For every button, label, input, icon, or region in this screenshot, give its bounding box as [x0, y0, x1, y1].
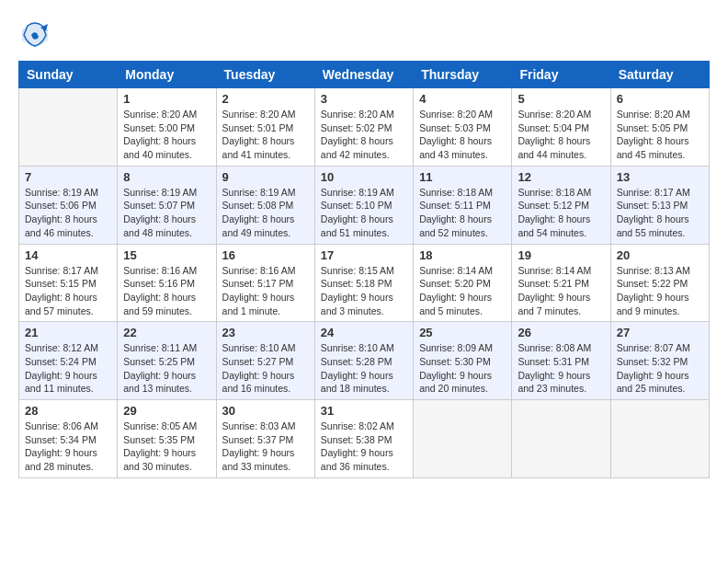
day-info: Sunrise: 8:11 AM Sunset: 5:25 PM Dayligh… — [123, 341, 210, 396]
calendar-table: SundayMondayTuesdayWednesdayThursdayFrid… — [18, 61, 710, 478]
day-info: Sunrise: 8:18 AM Sunset: 5:11 PM Dayligh… — [419, 186, 506, 240]
day-number: 14 — [25, 248, 111, 262]
calendar-cell: 6Sunrise: 8:20 AM Sunset: 5:05 PM Daylig… — [610, 88, 709, 167]
logo — [18, 18, 53, 52]
day-info: Sunrise: 8:19 AM Sunset: 5:10 PM Dayligh… — [321, 186, 407, 240]
day-info: Sunrise: 8:15 AM Sunset: 5:18 PM Dayligh… — [321, 264, 407, 318]
column-header-monday: Monday — [118, 62, 216, 88]
day-number: 8 — [123, 170, 210, 184]
day-number: 24 — [321, 326, 407, 339]
calendar-cell: 2Sunrise: 8:20 AM Sunset: 5:01 PM Daylig… — [216, 88, 314, 167]
day-number: 17 — [321, 248, 407, 262]
calendar-cell: 1Sunrise: 8:20 AM Sunset: 5:00 PM Daylig… — [118, 88, 216, 167]
page-header — [18, 18, 710, 52]
day-info: Sunrise: 8:20 AM Sunset: 5:02 PM Dayligh… — [321, 108, 407, 162]
day-info: Sunrise: 8:14 AM Sunset: 5:21 PM Dayligh… — [518, 264, 604, 318]
calendar-cell: 19Sunrise: 8:14 AM Sunset: 5:21 PM Dayli… — [512, 244, 610, 322]
day-number: 18 — [419, 248, 506, 262]
calendar-cell: 17Sunrise: 8:15 AM Sunset: 5:18 PM Dayli… — [314, 244, 413, 322]
day-number: 9 — [222, 170, 309, 184]
column-header-sunday: Sunday — [19, 62, 118, 88]
day-info: Sunrise: 8:17 AM Sunset: 5:13 PM Dayligh… — [617, 186, 703, 240]
day-number: 22 — [123, 326, 210, 339]
day-info: Sunrise: 8:14 AM Sunset: 5:20 PM Dayligh… — [419, 264, 506, 318]
calendar-cell: 20Sunrise: 8:13 AM Sunset: 5:22 PM Dayli… — [610, 244, 709, 322]
day-number: 2 — [222, 92, 309, 106]
day-number: 1 — [123, 92, 210, 106]
calendar-cell: 23Sunrise: 8:10 AM Sunset: 5:27 PM Dayli… — [216, 322, 314, 400]
day-number: 7 — [25, 170, 111, 184]
calendar-cell — [19, 88, 118, 167]
day-number: 25 — [419, 326, 506, 339]
day-info: Sunrise: 8:09 AM Sunset: 5:30 PM Dayligh… — [419, 341, 506, 396]
calendar-cell: 29Sunrise: 8:05 AM Sunset: 5:35 PM Dayli… — [118, 400, 216, 478]
day-number: 4 — [419, 92, 506, 106]
calendar-cell — [512, 400, 610, 478]
day-info: Sunrise: 8:08 AM Sunset: 5:31 PM Dayligh… — [518, 341, 604, 396]
day-info: Sunrise: 8:10 AM Sunset: 5:28 PM Dayligh… — [321, 341, 407, 396]
week-row-4: 21Sunrise: 8:12 AM Sunset: 5:24 PM Dayli… — [19, 322, 710, 400]
day-info: Sunrise: 8:16 AM Sunset: 5:17 PM Dayligh… — [222, 264, 309, 318]
day-number: 31 — [321, 404, 407, 418]
calendar-cell: 14Sunrise: 8:17 AM Sunset: 5:15 PM Dayli… — [19, 244, 118, 322]
day-info: Sunrise: 8:17 AM Sunset: 5:15 PM Dayligh… — [25, 264, 111, 318]
day-info: Sunrise: 8:06 AM Sunset: 5:34 PM Dayligh… — [25, 419, 111, 474]
calendar-cell: 4Sunrise: 8:20 AM Sunset: 5:03 PM Daylig… — [414, 88, 512, 167]
day-info: Sunrise: 8:12 AM Sunset: 5:24 PM Dayligh… — [25, 341, 111, 396]
calendar-cell — [610, 400, 709, 478]
calendar-cell: 31Sunrise: 8:02 AM Sunset: 5:38 PM Dayli… — [314, 400, 413, 478]
logo-icon — [18, 18, 51, 52]
calendar-cell: 28Sunrise: 8:06 AM Sunset: 5:34 PM Dayli… — [19, 400, 118, 478]
day-number: 12 — [518, 170, 604, 184]
calendar-cell: 27Sunrise: 8:07 AM Sunset: 5:32 PM Dayli… — [610, 322, 709, 400]
day-number: 15 — [123, 248, 210, 262]
calendar-cell: 3Sunrise: 8:20 AM Sunset: 5:02 PM Daylig… — [314, 88, 413, 167]
calendar-cell — [414, 400, 512, 478]
calendar-cell: 21Sunrise: 8:12 AM Sunset: 5:24 PM Dayli… — [19, 322, 118, 400]
column-header-friday: Friday — [512, 62, 610, 88]
calendar-cell: 26Sunrise: 8:08 AM Sunset: 5:31 PM Dayli… — [512, 322, 610, 400]
calendar-cell: 5Sunrise: 8:20 AM Sunset: 5:04 PM Daylig… — [512, 88, 610, 167]
column-header-saturday: Saturday — [610, 62, 709, 88]
week-row-2: 7Sunrise: 8:19 AM Sunset: 5:06 PM Daylig… — [19, 166, 710, 244]
calendar-cell: 9Sunrise: 8:19 AM Sunset: 5:08 PM Daylig… — [216, 166, 314, 244]
day-number: 19 — [518, 248, 604, 262]
day-info: Sunrise: 8:20 AM Sunset: 5:03 PM Dayligh… — [419, 108, 506, 162]
day-info: Sunrise: 8:19 AM Sunset: 5:07 PM Dayligh… — [123, 186, 210, 240]
day-info: Sunrise: 8:07 AM Sunset: 5:32 PM Dayligh… — [617, 341, 703, 396]
calendar-cell: 22Sunrise: 8:11 AM Sunset: 5:25 PM Dayli… — [118, 322, 216, 400]
day-info: Sunrise: 8:16 AM Sunset: 5:16 PM Dayligh… — [123, 264, 210, 318]
calendar-cell: 7Sunrise: 8:19 AM Sunset: 5:06 PM Daylig… — [19, 166, 118, 244]
week-row-1: 1Sunrise: 8:20 AM Sunset: 5:00 PM Daylig… — [19, 88, 710, 167]
day-info: Sunrise: 8:20 AM Sunset: 5:00 PM Dayligh… — [123, 108, 210, 162]
calendar-cell: 11Sunrise: 8:18 AM Sunset: 5:11 PM Dayli… — [414, 166, 512, 244]
day-number: 20 — [617, 248, 703, 262]
calendar-cell: 10Sunrise: 8:19 AM Sunset: 5:10 PM Dayli… — [314, 166, 413, 244]
calendar-cell: 25Sunrise: 8:09 AM Sunset: 5:30 PM Dayli… — [414, 322, 512, 400]
day-info: Sunrise: 8:10 AM Sunset: 5:27 PM Dayligh… — [222, 341, 309, 396]
day-number: 11 — [419, 170, 506, 184]
day-number: 5 — [518, 92, 604, 106]
day-number: 13 — [617, 170, 703, 184]
day-info: Sunrise: 8:02 AM Sunset: 5:38 PM Dayligh… — [321, 419, 407, 474]
day-info: Sunrise: 8:19 AM Sunset: 5:08 PM Dayligh… — [222, 186, 309, 240]
calendar-cell: 30Sunrise: 8:03 AM Sunset: 5:37 PM Dayli… — [216, 400, 314, 478]
column-header-wednesday: Wednesday — [314, 62, 413, 88]
day-info: Sunrise: 8:18 AM Sunset: 5:12 PM Dayligh… — [518, 186, 604, 240]
day-number: 27 — [617, 326, 703, 339]
day-info: Sunrise: 8:19 AM Sunset: 5:06 PM Dayligh… — [25, 186, 111, 240]
column-header-tuesday: Tuesday — [216, 62, 314, 88]
column-header-thursday: Thursday — [414, 62, 512, 88]
day-number: 28 — [25, 404, 111, 418]
calendar-cell: 18Sunrise: 8:14 AM Sunset: 5:20 PM Dayli… — [414, 244, 512, 322]
calendar-cell: 15Sunrise: 8:16 AM Sunset: 5:16 PM Dayli… — [118, 244, 216, 322]
calendar-cell: 24Sunrise: 8:10 AM Sunset: 5:28 PM Dayli… — [314, 322, 413, 400]
day-number: 21 — [25, 326, 111, 339]
day-number: 16 — [222, 248, 309, 262]
week-row-5: 28Sunrise: 8:06 AM Sunset: 5:34 PM Dayli… — [19, 400, 710, 478]
day-info: Sunrise: 8:03 AM Sunset: 5:37 PM Dayligh… — [222, 419, 309, 474]
day-info: Sunrise: 8:20 AM Sunset: 5:05 PM Dayligh… — [617, 108, 703, 162]
day-info: Sunrise: 8:20 AM Sunset: 5:01 PM Dayligh… — [222, 108, 309, 162]
day-number: 10 — [321, 170, 407, 184]
day-number: 3 — [321, 92, 407, 106]
